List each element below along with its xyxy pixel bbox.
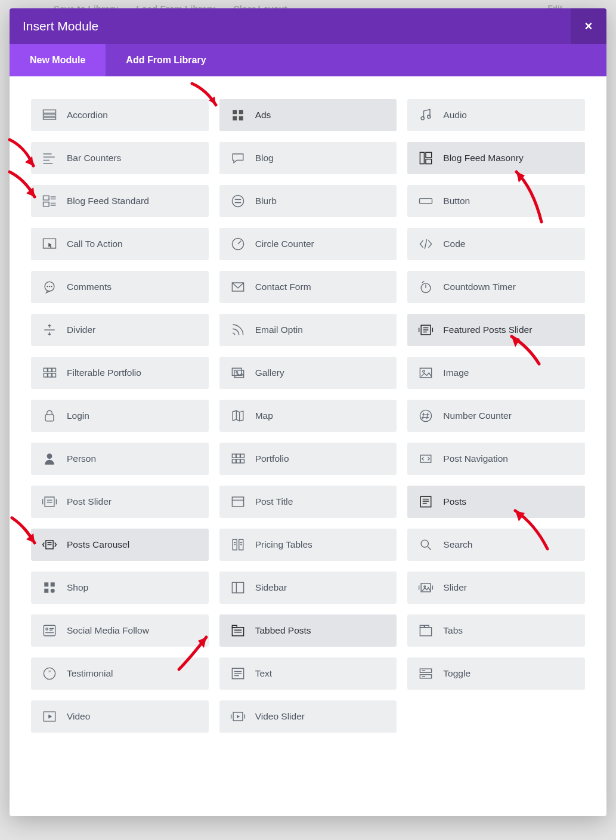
module-image[interactable]: Image — [407, 357, 585, 389]
button-icon — [416, 191, 436, 211]
feed-icon — [39, 191, 60, 211]
module-posts-carousel[interactable]: Posts Carousel — [31, 529, 209, 561]
module-label: Post Title — [255, 496, 293, 507]
nav-icon — [416, 449, 436, 469]
module-social-media-follow[interactable]: Social Media Follow — [31, 614, 209, 647]
svg-rect-5 — [233, 116, 237, 121]
module-search[interactable]: Search — [407, 529, 585, 561]
module-button[interactable]: Button — [407, 185, 585, 217]
svg-rect-1 — [44, 114, 56, 116]
module-audio[interactable]: Audio — [407, 99, 585, 131]
quote-icon: ” — [39, 663, 60, 684]
module-sidebar[interactable]: Sidebar — [219, 572, 397, 604]
module-contact-form[interactable]: Contact Form — [219, 271, 397, 303]
module-slider[interactable]: Slider — [407, 572, 585, 604]
comments-icon — [39, 277, 60, 297]
svg-point-30 — [47, 286, 48, 287]
module-code[interactable]: Code — [407, 228, 585, 260]
cta-icon — [39, 234, 60, 254]
module-label: Blog Feed Standard — [67, 196, 149, 206]
module-label: Pricing Tables — [255, 539, 312, 550]
gauge-icon — [228, 234, 248, 254]
module-label: Filterable Portfolio — [67, 368, 141, 378]
module-featured-posts-slider[interactable]: Featured Posts Slider — [407, 314, 585, 346]
svg-rect-2 — [44, 118, 56, 120]
svg-rect-17 — [44, 202, 49, 206]
svg-rect-74 — [232, 497, 243, 507]
module-tabs[interactable]: Tabs — [407, 614, 585, 647]
person-icon — [39, 449, 60, 469]
svg-rect-94 — [51, 589, 55, 593]
hash-icon — [416, 406, 436, 426]
module-post-slider[interactable]: Post Slider — [31, 486, 209, 518]
close-button[interactable]: × — [571, 8, 606, 44]
svg-point-102 — [46, 628, 48, 631]
module-number-counter[interactable]: Number Counter — [407, 400, 585, 432]
post-slider-icon — [39, 492, 60, 512]
module-call-to-action[interactable]: Call To Action — [31, 228, 209, 260]
module-label: Divider — [67, 325, 95, 335]
module-accordion[interactable]: Accordion — [31, 99, 209, 131]
module-text[interactable]: Text — [219, 657, 397, 690]
slider-icon — [416, 578, 436, 598]
module-bar-counters[interactable]: Bar Counters — [31, 142, 209, 174]
tab-new-module[interactable]: New Module — [10, 44, 106, 76]
module-video[interactable]: Video — [31, 700, 209, 733]
module-label: Video — [67, 711, 90, 722]
module-blog-feed-masonry[interactable]: Blog Feed Masonry — [407, 142, 585, 174]
module-label: Comments — [67, 282, 112, 292]
module-post-title[interactable]: Post Title — [219, 486, 397, 518]
module-circle-counter[interactable]: Circle Counter — [219, 228, 397, 260]
tab-add-from-library[interactable]: Add From Library — [106, 44, 226, 76]
module-ads[interactable]: Ads — [219, 99, 397, 131]
shop-icon — [39, 578, 60, 598]
module-post-navigation[interactable]: Post Navigation — [407, 443, 585, 475]
module-shop[interactable]: Shop — [31, 572, 209, 604]
module-label: Number Counter — [443, 410, 512, 421]
svg-rect-6 — [239, 116, 243, 121]
module-label: Blurb — [255, 196, 277, 206]
module-testimonial[interactable]: ”Testimonial — [31, 657, 209, 690]
circle-eq-icon — [228, 191, 248, 211]
svg-rect-64 — [240, 454, 244, 458]
accordion-icon — [39, 105, 60, 125]
module-portfolio[interactable]: Portfolio — [219, 443, 397, 475]
module-map[interactable]: Map — [219, 400, 397, 432]
map-icon — [228, 406, 248, 426]
module-gallery[interactable]: Gallery — [219, 357, 397, 389]
module-person[interactable]: Person — [31, 443, 209, 475]
masonry-icon — [416, 148, 436, 168]
module-filterable-portfolio[interactable]: Filterable Portfolio — [31, 357, 209, 389]
module-tabbed-posts[interactable]: Tabbed Posts — [219, 614, 397, 647]
svg-point-61 — [47, 453, 52, 459]
svg-rect-0 — [44, 110, 56, 113]
code-icon — [416, 234, 436, 254]
module-blurb[interactable]: Blurb — [219, 185, 397, 217]
svg-point-31 — [49, 286, 50, 287]
module-countdown-timer[interactable]: Countdown Timer — [407, 271, 585, 303]
text-icon — [228, 663, 248, 684]
svg-rect-53 — [45, 415, 54, 421]
svg-rect-101 — [44, 625, 55, 636]
module-label: Testimonial — [67, 668, 113, 679]
module-label: Login — [67, 410, 89, 421]
module-blog-feed-standard[interactable]: Blog Feed Standard — [31, 185, 209, 217]
module-divider[interactable]: Divider — [31, 314, 209, 346]
module-video-slider[interactable]: Video Slider — [219, 700, 397, 733]
module-blog[interactable]: Blog — [219, 142, 397, 174]
svg-rect-42 — [44, 368, 47, 372]
module-login[interactable]: Login — [31, 400, 209, 432]
module-posts[interactable]: Posts — [407, 486, 585, 518]
module-label: Search — [443, 539, 472, 550]
module-comments[interactable]: Comments — [31, 271, 209, 303]
module-toggle[interactable]: Toggle — [407, 657, 585, 690]
svg-rect-107 — [232, 625, 237, 628]
svg-line-90 — [428, 547, 431, 550]
module-email-optin[interactable]: Email Optin — [219, 314, 397, 346]
svg-point-56 — [420, 410, 432, 421]
close-icon: × — [585, 18, 593, 34]
module-pricing-tables[interactable]: Pricing Tables — [219, 529, 397, 561]
module-label: Blog — [255, 153, 274, 163]
svg-rect-92 — [51, 582, 55, 586]
modal-body: AccordionAdsAudioBar CountersBlogBlog Fe… — [10, 76, 606, 816]
